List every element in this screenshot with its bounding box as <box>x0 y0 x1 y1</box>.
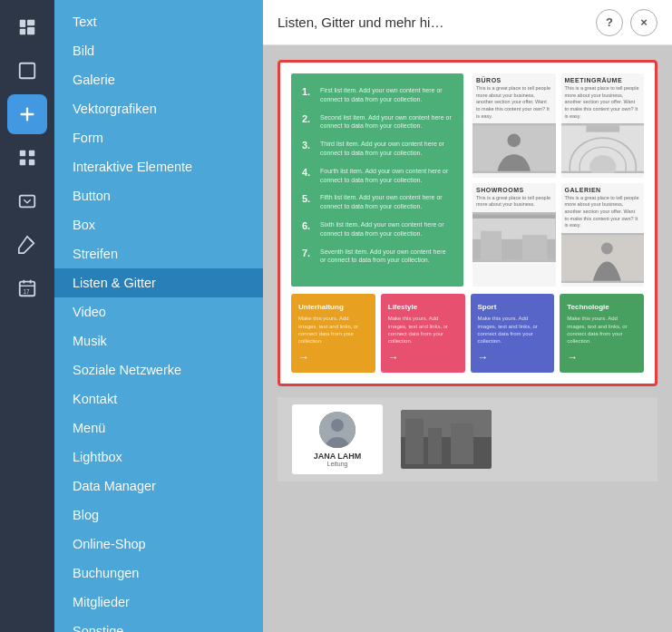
sidebar-item-interaktive[interactable]: Interaktive Elemente <box>54 152 263 181</box>
unterhaltung-arrow: → <box>298 351 368 364</box>
profile-area: JANA LAHM Leitung <box>278 397 657 481</box>
header-title: Listen, Gitter und mehr hi… <box>278 15 589 30</box>
sidebar-item-listen-gitter[interactable]: Listen & Gitter <box>54 268 263 297</box>
showrooms-title: SHOWROOMS <box>472 183 556 195</box>
sidebar-item-button[interactable]: Button <box>54 181 263 210</box>
list-text-5: Fifth list item. Add your own content he… <box>320 193 453 211</box>
list-num-4: 4. <box>302 167 315 178</box>
sidebar-item-form[interactable]: Form <box>54 123 263 152</box>
list-item: 4. Fourth list item. Add your own conten… <box>302 167 453 185</box>
help-button[interactable]: ? <box>596 9 623 36</box>
urbaner-raum-image <box>401 410 492 469</box>
bueros-text: This is a great place to tell people mor… <box>472 85 556 123</box>
category-card-lifestyle[interactable]: Lifestyle Make this yours. Add images, t… <box>381 294 465 373</box>
grid-cell-bueros[interactable]: BÜROS This is a great place to tell peop… <box>472 73 556 178</box>
list-item: 5. Fifth list item. Add your own content… <box>302 193 453 211</box>
svg-rect-2 <box>27 20 34 25</box>
list-num-6: 6. <box>302 220 315 231</box>
category-card-unterhaltung[interactable]: Unterhaltung Make this yours. Add images… <box>291 294 375 373</box>
list-item: 6. Sixth list item. Add your own content… <box>302 220 453 238</box>
bueros-title: BÜROS <box>472 73 556 85</box>
svg-text:17: 17 <box>23 288 30 295</box>
svg-point-19 <box>507 134 521 148</box>
profile-role: Leitung <box>327 461 348 467</box>
sidebar-item-video[interactable]: Video <box>54 297 263 326</box>
sidebar-item-box[interactable]: Box <box>54 210 263 239</box>
showrooms-image <box>472 212 556 262</box>
pages-icon-btn[interactable] <box>7 7 47 47</box>
interior-icon <box>472 212 556 262</box>
list-item: 2. Second list item. Add your own conten… <box>302 113 453 131</box>
list-num-7: 7. <box>302 248 315 258</box>
category-card-sport[interactable]: Sport Make this yours. Add images, text … <box>471 294 555 373</box>
meeting-image <box>561 123 645 173</box>
elements-icon-btn[interactable] <box>7 51 47 91</box>
pen-icon <box>17 235 37 255</box>
svg-rect-8 <box>29 151 34 156</box>
apps-icon-btn[interactable] <box>7 138 47 178</box>
list-text-2: Second list item. Add your own content h… <box>320 113 453 131</box>
sidebar-item-mitglieder[interactable]: Mitglieder <box>54 588 263 617</box>
sport-arrow: → <box>478 351 548 364</box>
grid-cell-meeting[interactable]: MEETINGRÄUME This is a great place to te… <box>561 73 645 178</box>
sidebar-item-buchungen[interactable]: Buchungen <box>54 559 263 588</box>
grid-section: BÜROS This is a great place to tell peop… <box>472 73 644 287</box>
featured-card[interactable]: 1. First list item. Add your own content… <box>278 60 657 386</box>
lifestyle-title: Lifestyle <box>388 303 458 311</box>
calendar-icon-btn[interactable]: 17 <box>7 268 47 308</box>
sidebar-item-kontakt[interactable]: Kontakt <box>54 384 263 413</box>
sidebar-item-data-manager[interactable]: Data Manager <box>54 472 263 501</box>
list-text-6: Sixth list item. Add your own content he… <box>320 220 453 238</box>
sidebar-item-text[interactable]: Text <box>54 7 263 36</box>
technologie-arrow: → <box>567 351 637 364</box>
sidebar-item-blog[interactable]: Blog <box>54 501 263 530</box>
scroll-area[interactable]: 1. First list item. Add your own content… <box>263 45 672 632</box>
sidebar-item-sonstige[interactable]: Sonstige <box>54 617 263 632</box>
list-num-2: 2. <box>302 113 315 124</box>
svg-point-32 <box>600 243 612 255</box>
sidebar-item-vektorgrafiken[interactable]: Vektorgrafiken <box>54 94 263 123</box>
sidebar-item-menue[interactable]: Menü <box>54 413 263 442</box>
sidebar-item-bild[interactable]: Bild <box>54 36 263 65</box>
urbaner-card[interactable] <box>401 410 492 469</box>
list-text-4: Fourth list item. Add your own content h… <box>320 167 453 185</box>
pen-icon-btn[interactable] <box>7 225 47 265</box>
sidebar-item-galerie[interactable]: Galerie <box>54 65 263 94</box>
media-icon-btn[interactable] <box>7 181 47 221</box>
person2-icon <box>561 233 645 283</box>
featured-inner: 1. First list item. Add your own content… <box>291 73 644 287</box>
svg-rect-0 <box>20 20 25 27</box>
category-card-technologie[interactable]: Technologie Make this yours. Add images,… <box>560 294 644 373</box>
grid-cell-showrooms[interactable]: SHOWROOMS This is a great place to tell … <box>472 183 556 287</box>
svg-rect-10 <box>29 160 34 165</box>
grid-cell-galerien[interactable]: GALERIEN This is a great place to tell p… <box>561 183 645 287</box>
icon-sidebar: 17 <box>0 0 54 632</box>
sidebar-item-lightbox[interactable]: Lightbox <box>54 442 263 472</box>
profile-card-jana[interactable]: JANA LAHM Leitung <box>292 404 383 474</box>
technologie-title: Technologie <box>567 303 637 311</box>
sidebar-item-soziale[interactable]: Soziale Netzwerke <box>54 355 263 384</box>
elements-icon <box>17 61 37 81</box>
list-text-1: First list item. Add your own content he… <box>320 86 453 104</box>
close-button[interactable]: × <box>630 9 657 36</box>
sidebar-item-musik[interactable]: Musik <box>54 326 263 355</box>
sidebar-item-streifen[interactable]: Streifen <box>54 239 263 268</box>
calendar-icon: 17 <box>17 278 37 298</box>
list-section: 1. First list item. Add your own content… <box>291 73 463 287</box>
lifestyle-text: Make this yours. Add images, text and li… <box>388 315 458 345</box>
list-item: 3. Third list item. Add your own content… <box>302 140 453 158</box>
svg-rect-38 <box>428 428 442 464</box>
sidebar-item-online-shop[interactable]: Online-Shop <box>54 530 263 559</box>
svg-rect-24 <box>586 126 619 132</box>
unterhaltung-title: Unterhaltung <box>298 303 368 311</box>
list-item: 1. First list item. Add your own content… <box>302 86 453 104</box>
unterhaltung-text: Make this yours. Add images, text and li… <box>298 315 368 345</box>
svg-line-12 <box>30 239 34 243</box>
bueros-image <box>472 123 556 173</box>
galerien-image <box>561 233 645 283</box>
svg-rect-28 <box>522 235 547 259</box>
main-content: Listen, Gitter und mehr hi… ? × 1. First… <box>263 0 672 632</box>
add-icon-btn[interactable] <box>7 94 47 134</box>
avatar <box>319 412 355 448</box>
svg-rect-37 <box>405 419 424 464</box>
